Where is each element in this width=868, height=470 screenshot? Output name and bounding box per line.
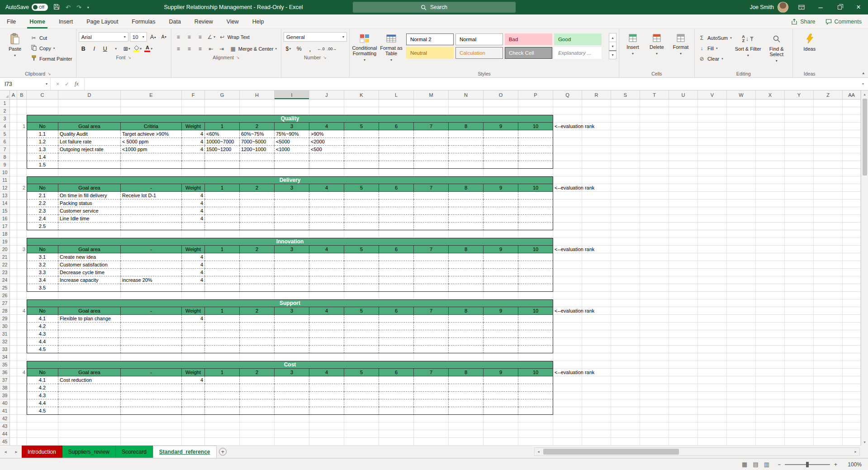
column-header-I[interactable]: I: [275, 90, 309, 100]
row-header-4[interactable]: 4: [0, 123, 10, 130]
table-header-cell[interactable]: 6: [379, 123, 414, 130]
italic-button[interactable]: I: [90, 44, 99, 53]
table-cell[interactable]: [414, 315, 449, 323]
table-cell[interactable]: 4: [182, 146, 205, 153]
row-header-18[interactable]: 18: [0, 230, 10, 238]
table-cell[interactable]: [518, 199, 553, 207]
table-cell[interactable]: [205, 161, 240, 169]
row-header-32[interactable]: 32: [0, 338, 10, 346]
decrease-font-button[interactable]: A▾: [159, 32, 169, 42]
table-cell[interactable]: [414, 276, 449, 284]
table-cell[interactable]: [484, 192, 518, 199]
table-header-cell[interactable]: -: [121, 184, 182, 192]
table-cell[interactable]: [309, 384, 344, 392]
table-cell[interactable]: [205, 346, 240, 353]
cell-style-good[interactable]: Good: [554, 33, 602, 45]
column-header-O[interactable]: O: [484, 90, 518, 100]
table-header-cell[interactable]: 7: [414, 184, 449, 192]
table-cell[interactable]: [275, 261, 309, 269]
table-cell[interactable]: [344, 323, 379, 330]
table-header-cell[interactable]: 10: [518, 246, 553, 253]
column-header-AA[interactable]: AA: [843, 90, 861, 100]
table-cell[interactable]: [414, 207, 449, 215]
table-cell[interactable]: [379, 338, 414, 346]
table-cell[interactable]: [414, 376, 449, 384]
table-cell[interactable]: [518, 399, 553, 407]
row-header-23[interactable]: 23: [0, 269, 10, 276]
table-cell[interactable]: [344, 330, 379, 338]
table-cell[interactable]: [449, 407, 484, 415]
wrap-text-button[interactable]: ↩Wrap Text: [217, 32, 251, 42]
table-cell[interactable]: [518, 338, 553, 346]
increase-indent-button[interactable]: ⇥: [217, 44, 227, 53]
table-cell[interactable]: 3.1: [27, 253, 58, 261]
table-cell[interactable]: [518, 407, 553, 415]
table-cell[interactable]: 1.2: [27, 138, 58, 146]
table-cell[interactable]: [205, 253, 240, 261]
ribbon-tab-help[interactable]: Help: [246, 14, 271, 28]
table-cell[interactable]: [379, 207, 414, 215]
ribbon-tab-review[interactable]: Review: [188, 14, 220, 28]
table-cell[interactable]: [449, 199, 484, 207]
vertical-scroll-thumb[interactable]: [863, 99, 867, 176]
column-header-S[interactable]: S: [611, 90, 640, 100]
table-header-cell[interactable]: 2: [240, 369, 275, 376]
column-header-F[interactable]: F: [182, 90, 205, 100]
table-cell[interactable]: [449, 323, 484, 330]
table-cell[interactable]: [182, 161, 205, 169]
table-cell[interactable]: [275, 384, 309, 392]
table-cell[interactable]: [121, 315, 182, 323]
table-cell[interactable]: 4: [182, 192, 205, 199]
table-cell[interactable]: [484, 392, 518, 399]
ribbon-tab-file[interactable]: File: [0, 14, 23, 28]
table-cell[interactable]: [414, 338, 449, 346]
table-header-cell[interactable]: 5: [344, 246, 379, 253]
percent-style-button[interactable]: %: [294, 44, 304, 53]
delete-cells-button[interactable]: Delete ▾: [645, 30, 668, 67]
table-cell[interactable]: [240, 276, 275, 284]
table-cell[interactable]: [449, 130, 484, 138]
account-button[interactable]: Joe Smith: [746, 2, 792, 13]
table-cell[interactable]: <1000: [275, 146, 309, 153]
table-cell[interactable]: [449, 161, 484, 169]
vertical-scrollbar[interactable]: ▴ ▾: [861, 90, 868, 446]
autosave-toggle[interactable]: AutoSave Off: [5, 4, 48, 11]
table-cell[interactable]: [121, 323, 182, 330]
row-header-37[interactable]: 37: [0, 376, 10, 384]
table-cell[interactable]: [379, 192, 414, 199]
table-header-cell[interactable]: 4: [309, 184, 344, 192]
table-cell[interactable]: 2.1: [27, 192, 58, 199]
table-cell[interactable]: [414, 146, 449, 153]
table-cell[interactable]: 4.5: [27, 407, 58, 415]
ideas-button[interactable]: Ideas: [795, 30, 824, 67]
table-cell[interactable]: [121, 153, 182, 161]
table-cell[interactable]: [182, 153, 205, 161]
table-cell[interactable]: [379, 269, 414, 276]
format-cells-button[interactable]: Format ▾: [669, 30, 692, 67]
table-cell[interactable]: 4.5: [27, 346, 58, 353]
table-title[interactable]: Cost: [27, 361, 553, 369]
table-cell[interactable]: [309, 346, 344, 353]
table-title[interactable]: Delivery: [27, 176, 553, 184]
row-header-11[interactable]: 11: [0, 176, 10, 184]
ribbon-tab-view[interactable]: View: [220, 14, 246, 28]
table-cell[interactable]: [121, 161, 182, 169]
cell-style-calculation[interactable]: Calculation: [455, 47, 503, 59]
table-header-cell[interactable]: 9: [484, 307, 518, 315]
table-cell[interactable]: [58, 153, 121, 161]
sheet-tab-suppliers_review[interactable]: Suppliers_review: [62, 446, 116, 458]
table-cell[interactable]: 4: [182, 276, 205, 284]
cell-style-check-cell[interactable]: Check Cell: [505, 47, 552, 59]
table-header-cell[interactable]: 9: [484, 184, 518, 192]
table-cell[interactable]: [205, 399, 240, 407]
table-header-cell[interactable]: No: [27, 123, 58, 130]
table-header-cell[interactable]: 1: [205, 369, 240, 376]
table-cell[interactable]: [240, 407, 275, 415]
table-cell[interactable]: [379, 161, 414, 169]
table-cell[interactable]: [518, 323, 553, 330]
table-cell[interactable]: Flexible to plan change: [58, 315, 121, 323]
table-cell[interactable]: <500: [309, 146, 344, 153]
format-as-table-button[interactable]: Format as Table ▾: [379, 30, 404, 67]
table-cell[interactable]: [484, 207, 518, 215]
table-header-cell[interactable]: Goal area: [58, 184, 121, 192]
